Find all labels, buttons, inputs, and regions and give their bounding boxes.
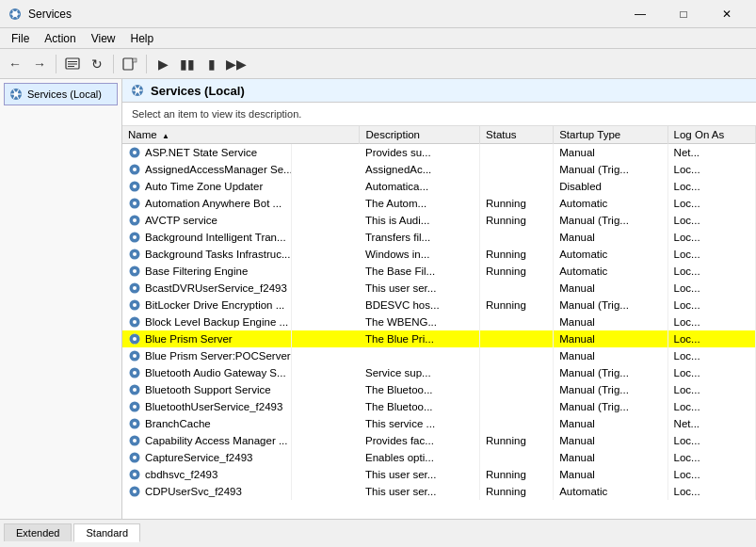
- table-row[interactable]: Block Level Backup Engine ...The WBENG..…: [122, 314, 756, 330]
- table-row[interactable]: BluetoothUserService_f2493The Bluetoo...…: [122, 398, 756, 415]
- table-row[interactable]: cbdhsvc_f2493This user ser...RunningManu…: [122, 466, 756, 483]
- service-gear-icon: [128, 298, 141, 312]
- menu-file[interactable]: File: [4, 30, 37, 47]
- toolbar-browse[interactable]: [61, 53, 84, 75]
- service-startup-cell: Manual (Trig...: [554, 212, 668, 229]
- table-row[interactable]: Background Tasks Infrastruc...Windows in…: [122, 246, 756, 263]
- svg-point-69: [133, 235, 137, 239]
- service-logon-cell: Loc...: [668, 483, 755, 500]
- menu-help[interactable]: Help: [123, 30, 162, 47]
- service-name-text: cbdhsvc_f2493: [145, 469, 217, 480]
- service-name-text: CaptureService_f2493: [145, 452, 252, 463]
- toolbar-forward[interactable]: →: [28, 53, 51, 75]
- service-desc-cell: Automatica...: [360, 178, 480, 195]
- service-logon-cell: Loc...: [668, 297, 755, 314]
- service-status-cell: [480, 280, 554, 297]
- maximize-button[interactable]: □: [662, 0, 705, 28]
- service-gear-icon: [128, 349, 141, 362]
- title-bar-left: Services: [8, 7, 72, 22]
- table-row[interactable]: Auto Time Zone UpdaterAutomatica...Disab…: [122, 178, 756, 195]
- toolbar-export[interactable]: [119, 53, 141, 75]
- col-header-logon[interactable]: Log On As: [668, 126, 755, 144]
- toolbar-back[interactable]: ←: [4, 53, 26, 75]
- service-logon-cell: Loc...: [668, 449, 755, 466]
- service-status-cell: [480, 364, 554, 381]
- service-status-cell: Running: [480, 297, 554, 314]
- toolbar-restart[interactable]: ▶▶: [225, 53, 248, 75]
- toolbar-start[interactable]: ▶: [152, 53, 174, 75]
- service-name-cell: CDPUserSvc_f2493: [122, 483, 292, 500]
- svg-point-125: [133, 354, 137, 358]
- service-gear-icon: [128, 417, 141, 430]
- table-row[interactable]: AVCTP serviceThis is Audi...RunningManua…: [122, 212, 756, 229]
- service-desc-cell: AssignedAc...: [360, 161, 480, 178]
- service-desc-cell: This service ...: [360, 415, 480, 432]
- service-startup-cell: Automatic: [554, 263, 668, 280]
- window-title: Services: [28, 8, 72, 21]
- table-row[interactable]: Automation Anywhere Bot ...The Autom...R…: [122, 195, 756, 212]
- table-row[interactable]: Base Filtering EngineThe Base Fil...Runn…: [122, 263, 756, 280]
- table-row[interactable]: CaptureService_f2493Enables opti...Manua…: [122, 449, 756, 466]
- table-row[interactable]: BranchCacheThis service ...ManualNet...: [122, 415, 756, 432]
- table-row[interactable]: BcastDVRUserService_f2493This user ser..…: [122, 280, 756, 297]
- menu-view[interactable]: View: [84, 30, 123, 47]
- service-name-text: Background Tasks Infrastruc...: [145, 249, 290, 260]
- service-status-cell: Running: [480, 483, 554, 500]
- svg-point-45: [133, 185, 137, 188]
- tab-extended[interactable]: Extended: [4, 523, 72, 541]
- service-name-text: Auto Time Zone Updater: [145, 181, 263, 192]
- svg-point-189: [133, 490, 137, 493]
- toolbar-refresh[interactable]: ↻: [86, 53, 108, 75]
- svg-point-133: [133, 371, 137, 375]
- toolbar-stop[interactable]: ▮: [201, 53, 223, 75]
- col-header-startup[interactable]: Startup Type: [554, 126, 668, 144]
- table-row[interactable]: Bluetooth Support ServiceThe Bluetoo...M…: [122, 381, 756, 398]
- service-startup-cell: Manual (Trig...: [554, 364, 668, 381]
- service-name-text: Automation Anywhere Bot ...: [145, 198, 281, 209]
- table-row[interactable]: ASP.NET State ServiceProvides su...Manua…: [122, 144, 756, 162]
- col-header-desc[interactable]: Description: [360, 126, 480, 144]
- toolbar-pause[interactable]: ▮▮: [176, 53, 199, 75]
- tab-standard[interactable]: Standard: [73, 523, 140, 542]
- table-row[interactable]: Blue Prism ServerThe Blue Pri...ManualLo…: [122, 330, 756, 347]
- svg-point-181: [133, 473, 137, 476]
- service-name-cell: BitLocker Drive Encryption ...: [122, 297, 292, 314]
- toolbar-sep-2: [113, 55, 114, 73]
- table-row[interactable]: AssignedAccessManager Se...AssignedAc...…: [122, 161, 756, 178]
- menu-action[interactable]: Action: [37, 30, 83, 47]
- svg-rect-8: [68, 66, 74, 67]
- col-header-status[interactable]: Status: [480, 126, 554, 144]
- service-logon-cell: Loc...: [668, 212, 755, 229]
- table-row[interactable]: CDPUserSvc_f2493This user ser...RunningA…: [122, 483, 756, 500]
- service-status-cell: [480, 229, 554, 246]
- service-logon-cell: Net...: [668, 415, 755, 432]
- service-logon-cell: Loc...: [668, 229, 755, 246]
- sort-arrow-name: ▲: [162, 132, 169, 140]
- toolbar-sep-3: [146, 55, 147, 73]
- table-row[interactable]: Blue Prism Server:POCServerManualLoc...: [122, 347, 756, 364]
- table-row[interactable]: Background Intelligent Tran...Transfers …: [122, 229, 756, 246]
- service-logon-cell: Loc...: [668, 364, 755, 381]
- table-row[interactable]: Bluetooth Audio Gateway S...Service sup.…: [122, 364, 756, 381]
- table-header-row: Name ▲ Description Status Startup Type L…: [122, 126, 756, 144]
- svg-point-37: [133, 168, 137, 171]
- table-body: ASP.NET State ServiceProvides su...Manua…: [122, 144, 756, 501]
- service-logon-cell: Loc...: [668, 195, 755, 212]
- left-panel-services-local[interactable]: Services (Local): [4, 83, 118, 105]
- col-header-name[interactable]: Name ▲: [122, 126, 360, 144]
- service-name-cell: Block Level Backup Engine ...: [122, 314, 292, 330]
- service-name-cell: cbdhsvc_f2493: [122, 466, 292, 483]
- table-row[interactable]: BitLocker Drive Encryption ...BDESVC hos…: [122, 297, 756, 314]
- svg-point-109: [133, 320, 137, 324]
- service-desc-cell: Windows in...: [360, 246, 480, 263]
- service-logon-cell: Loc...: [668, 466, 755, 483]
- svg-point-101: [133, 303, 137, 307]
- description-area: Select an item to view its description.: [122, 103, 756, 126]
- service-name-cell: Automation Anywhere Bot ...: [122, 195, 292, 212]
- table-row[interactable]: Capability Access Manager ...Provides fa…: [122, 432, 756, 449]
- right-header-title: Services (Local): [151, 84, 245, 98]
- close-button[interactable]: ✕: [705, 0, 748, 28]
- svg-point-77: [133, 252, 137, 256]
- services-table[interactable]: Name ▲ Description Status Startup Type L…: [122, 126, 756, 519]
- minimize-button[interactable]: —: [619, 0, 662, 28]
